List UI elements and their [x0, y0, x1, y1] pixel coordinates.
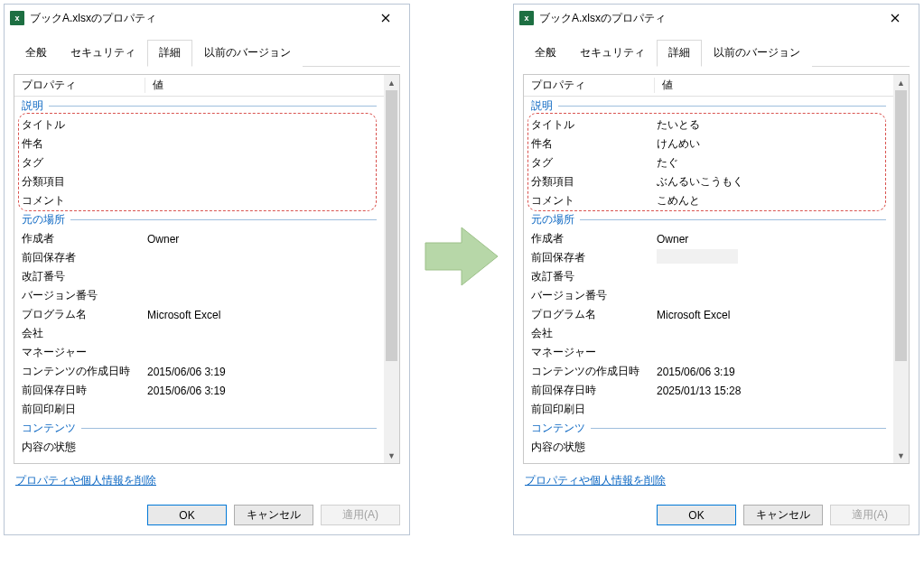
property-value[interactable]: Owner	[655, 233, 893, 246]
scroll-down-button[interactable]: ▼	[893, 448, 909, 463]
property-row[interactable]: バージョン番号	[14, 286, 384, 305]
property-value[interactable]: 2015/06/06 3:19	[145, 366, 384, 378]
property-row[interactable]: 前回保存者	[14, 248, 384, 267]
scroll-thumb[interactable]	[895, 90, 907, 361]
property-row[interactable]: 作成者Owner	[14, 229, 384, 248]
property-value[interactable]: たいとる	[655, 117, 893, 133]
property-row[interactable]: 作成者Owner	[524, 229, 893, 248]
remove-properties-link[interactable]: プロパティや個人情報を削除	[525, 474, 666, 487]
window-title: ブックA.xlsxのプロパティ	[539, 11, 877, 26]
remove-properties-link[interactable]: プロパティや個人情報を削除	[15, 474, 156, 487]
property-name: バージョン番号	[14, 288, 145, 303]
property-name: コンテンツの作成日時	[14, 364, 145, 379]
property-name: プログラム名	[14, 307, 145, 322]
column-header-property[interactable]: プロパティ	[14, 78, 145, 93]
ok-button[interactable]: OK	[657, 505, 736, 525]
property-row[interactable]: 件名	[14, 135, 384, 153]
property-row[interactable]: 分類項目	[14, 172, 384, 191]
property-name: 前回保存日時	[14, 383, 145, 398]
tab[interactable]: 全般	[14, 40, 59, 67]
property-row[interactable]: 改訂番号	[524, 267, 893, 286]
property-row[interactable]: プログラム名Microsoft Excel	[14, 305, 384, 324]
property-row[interactable]: 前回印刷日	[524, 400, 893, 419]
column-headers: プロパティ値	[14, 75, 384, 97]
property-row[interactable]: 内容の状態	[524, 438, 893, 457]
property-value[interactable]: 2015/06/06 3:19	[655, 366, 893, 378]
property-row[interactable]: マネージャー	[524, 343, 893, 362]
property-row[interactable]: 会社	[14, 324, 384, 343]
property-row[interactable]: コメントこめんと	[524, 191, 893, 210]
scrollbar[interactable]: ▲▼	[384, 75, 399, 463]
property-value[interactable]: たぐ	[655, 155, 893, 171]
link-row: プロパティや個人情報を削除	[523, 473, 910, 488]
tab[interactable]: 以前のバージョン	[702, 40, 812, 67]
property-name: コンテンツの作成日時	[524, 364, 655, 379]
property-row[interactable]: 件名けんめい	[524, 135, 893, 153]
group-label: 説明	[14, 97, 384, 116]
ok-button[interactable]: OK	[147, 505, 227, 525]
close-icon	[381, 14, 390, 23]
property-row[interactable]: コンテンツの作成日時2015/06/06 3:19	[524, 362, 893, 381]
property-value[interactable]: ぶんるいこうもく	[655, 174, 893, 190]
property-row[interactable]: コンテンツの作成日時2015/06/06 3:19	[14, 362, 384, 381]
property-row[interactable]: 改訂番号	[14, 267, 384, 286]
scroll-up-button[interactable]: ▲	[384, 75, 399, 90]
property-row[interactable]: マネージャー	[14, 343, 384, 362]
property-value[interactable]: 2015/06/06 3:19	[145, 385, 384, 397]
property-row[interactable]: 分類項目ぶんるいこうもく	[524, 172, 893, 191]
property-value[interactable]: 2025/01/13 15:28	[655, 385, 893, 397]
property-row[interactable]: プログラム名Microsoft Excel	[524, 305, 893, 324]
scroll-thumb[interactable]	[386, 90, 397, 361]
property-name: 分類項目	[524, 174, 655, 190]
scroll-track[interactable]	[893, 90, 909, 448]
property-row[interactable]: 内容の状態	[14, 438, 384, 457]
property-row[interactable]: 前回保存者	[524, 248, 893, 267]
property-value[interactable]: Owner	[145, 233, 384, 246]
tab[interactable]: 詳細	[657, 40, 702, 67]
group-label: コンテンツ	[14, 419, 384, 438]
property-row[interactable]: タグ	[14, 153, 384, 172]
property-row[interactable]: タイトルたいとる	[524, 116, 893, 135]
group-label: 元の場所	[524, 210, 893, 229]
property-value[interactable]: Microsoft Excel	[655, 309, 893, 321]
cancel-button[interactable]: キャンセル	[743, 505, 823, 525]
tab[interactable]: セキュリティ	[568, 40, 657, 67]
column-header-value[interactable]: 値	[655, 78, 893, 93]
property-row[interactable]: 前回保存日時2015/06/06 3:19	[14, 381, 384, 400]
close-button[interactable]	[877, 5, 913, 31]
property-row[interactable]: 前回印刷日	[14, 400, 384, 419]
property-row[interactable]: 前回保存日時2025/01/13 15:28	[524, 381, 893, 400]
column-header-value[interactable]: 値	[145, 78, 384, 93]
titlebar: xブックA.xlsxのプロパティ	[5, 5, 409, 32]
property-value[interactable]: けんめい	[655, 136, 893, 152]
tab[interactable]: 詳細	[147, 40, 192, 67]
property-name: タイトル	[14, 117, 145, 133]
property-row[interactable]: タイトル	[14, 116, 384, 135]
property-row[interactable]: バージョン番号	[524, 286, 893, 305]
tab[interactable]: 以前のバージョン	[192, 40, 303, 67]
scrollbar[interactable]: ▲▼	[893, 75, 909, 463]
property-row[interactable]: コメント	[14, 191, 384, 210]
property-value[interactable]	[655, 249, 893, 266]
property-name: コメント	[14, 193, 145, 209]
property-name: 改訂番号	[14, 269, 145, 284]
column-header-property[interactable]: プロパティ	[524, 78, 655, 93]
close-button[interactable]	[368, 5, 404, 31]
property-name: タグ	[524, 155, 655, 171]
property-value[interactable]: Microsoft Excel	[145, 309, 384, 321]
property-row[interactable]: タグたぐ	[524, 153, 893, 172]
property-name: マネージャー	[524, 345, 655, 360]
scroll-up-button[interactable]: ▲	[893, 75, 909, 90]
property-name: マネージャー	[14, 345, 145, 360]
property-value[interactable]: こめんと	[655, 193, 893, 209]
cancel-button[interactable]: キャンセル	[234, 505, 313, 525]
scroll-track[interactable]	[384, 90, 399, 448]
button-row: OKキャンセル適用(A)	[523, 505, 910, 525]
scroll-down-button[interactable]: ▼	[384, 448, 399, 463]
close-icon	[891, 14, 900, 23]
tab[interactable]: セキュリティ	[59, 40, 147, 67]
tab-bar: 全般セキュリティ詳細以前のバージョン	[523, 39, 910, 67]
tab[interactable]: 全般	[523, 40, 568, 67]
property-name: 会社	[524, 326, 655, 341]
property-row[interactable]: 会社	[524, 324, 893, 343]
